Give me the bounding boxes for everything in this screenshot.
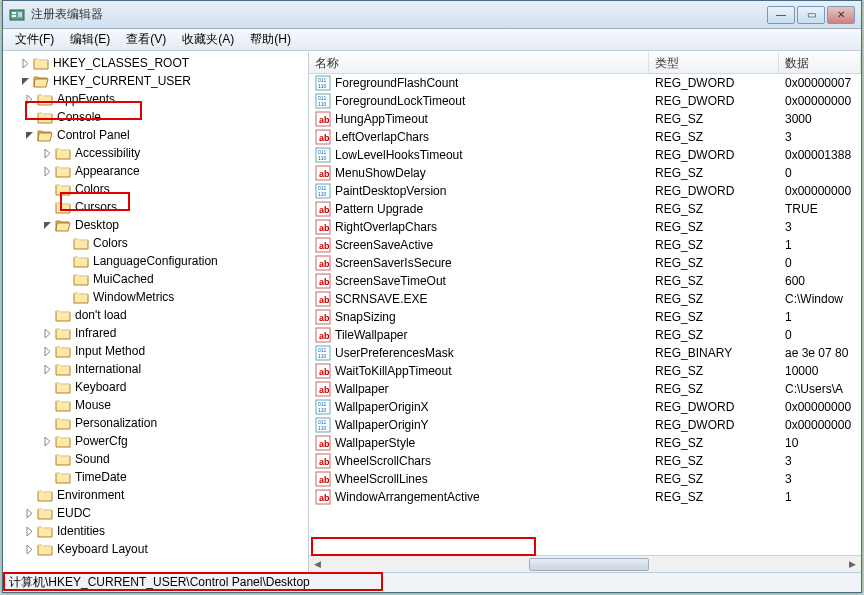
list-row[interactable]: 011110LowLevelHooksTimeoutREG_DWORD0x000… (309, 146, 861, 164)
tree-mouse[interactable]: Mouse (75, 398, 111, 412)
menu-edit[interactable]: 编辑(E) (62, 29, 118, 50)
tree-accessibility[interactable]: Accessibility (75, 146, 140, 160)
close-button[interactable]: ✕ (827, 6, 855, 24)
tree-hkey-classes-root[interactable]: HKEY_CLASSES_ROOT (53, 56, 189, 70)
tree-pane[interactable]: HKEY_CLASSES_ROOTHKEY_CURRENT_USERAppEve… (3, 52, 309, 572)
tree-input-method[interactable]: Input Method (75, 344, 145, 358)
svg-marker-15 (27, 509, 32, 518)
menu-help[interactable]: 帮助(H) (242, 29, 299, 50)
expander-icon[interactable] (19, 57, 31, 69)
list-row[interactable]: 011110PaintDesktopVersionREG_DWORD0x0000… (309, 182, 861, 200)
list-row[interactable]: abRightOverlapCharsREG_SZ3 (309, 218, 861, 236)
tree-hkey-current-user[interactable]: HKEY_CURRENT_USER (53, 74, 191, 88)
list-row[interactable]: 011110WallpaperOriginYREG_DWORD0x0000000… (309, 416, 861, 434)
minimize-button[interactable]: — (767, 6, 795, 24)
tree-appearance[interactable]: Appearance (75, 164, 140, 178)
value-type: REG_DWORD (649, 400, 779, 414)
value-data: 0 (779, 328, 861, 342)
tree-powercfg[interactable]: PowerCfg (75, 434, 128, 448)
list-row[interactable]: 011110UserPreferencesMaskREG_BINARYae 3e… (309, 344, 861, 362)
expander-icon[interactable] (41, 363, 53, 375)
horizontal-scrollbar[interactable]: ◀ ▶ (309, 555, 861, 572)
tree-keyboard[interactable]: Keyboard (75, 380, 126, 394)
titlebar[interactable]: 注册表编辑器 — ▭ ✕ (3, 1, 861, 29)
tree-cursors[interactable]: Cursors (75, 200, 117, 214)
tree-sound[interactable]: Sound (75, 452, 110, 466)
tree-keyboard-layout[interactable]: Keyboard Layout (57, 542, 148, 556)
tree-identities[interactable]: Identities (57, 524, 105, 538)
tree-personalization[interactable]: Personalization (75, 416, 157, 430)
expander-icon[interactable] (23, 543, 35, 555)
svg-text:ab: ab (319, 385, 330, 395)
tree-environment[interactable]: Environment (57, 488, 124, 502)
list-row[interactable]: 011110ForegroundFlashCountREG_DWORD0x000… (309, 74, 861, 92)
folder-icon (73, 236, 89, 250)
tree-appevents[interactable]: AppEvents (57, 92, 115, 106)
expander-icon[interactable] (41, 345, 53, 357)
menu-view[interactable]: 查看(V) (118, 29, 174, 50)
menu-file[interactable]: 文件(F) (7, 29, 62, 50)
expander-icon[interactable] (41, 435, 53, 447)
list-row[interactable]: abPattern UpgradeREG_SZTRUE (309, 200, 861, 218)
list-row[interactable]: abSnapSizingREG_SZ1 (309, 308, 861, 326)
tree-eudc[interactable]: EUDC (57, 506, 91, 520)
menu-favorites[interactable]: 收藏夹(A) (174, 29, 242, 50)
expander-icon[interactable] (41, 165, 53, 177)
list-row[interactable]: abWheelScrollCharsREG_SZ3 (309, 452, 861, 470)
maximize-button[interactable]: ▭ (797, 6, 825, 24)
value-name: LeftOverlapChars (335, 130, 429, 144)
tree-muicached[interactable]: MuiCached (93, 272, 154, 286)
expander-icon[interactable] (23, 525, 35, 537)
list-row[interactable]: 011110ForegroundLockTimeoutREG_DWORD0x00… (309, 92, 861, 110)
col-header-data[interactable]: 数据 (779, 52, 861, 73)
tree-control-panel[interactable]: Control Panel (57, 128, 130, 142)
list-row[interactable]: abScreenSaverIsSecureREG_SZ0 (309, 254, 861, 272)
list-row[interactable]: abWallpaperREG_SZC:\Users\A (309, 380, 861, 398)
list-row[interactable]: abLeftOverlapCharsREG_SZ3 (309, 128, 861, 146)
tree-international[interactable]: International (75, 362, 141, 376)
col-header-type[interactable]: 类型 (649, 52, 779, 73)
expander-icon[interactable] (41, 219, 53, 231)
string-value-icon: ab (315, 165, 331, 181)
svg-text:ab: ab (319, 295, 330, 305)
expander-icon[interactable] (41, 327, 53, 339)
tree-dont-load[interactable]: don't load (75, 308, 127, 322)
tree-desktop[interactable]: Desktop (75, 218, 119, 232)
tree-timedate[interactable]: TimeDate (75, 470, 127, 484)
expander-blank (41, 201, 53, 213)
tree-languageconfiguration[interactable]: LanguageConfiguration (93, 254, 218, 268)
list-row[interactable]: abTileWallpaperREG_SZ0 (309, 326, 861, 344)
list-row[interactable]: abScreenSaveTimeOutREG_SZ600 (309, 272, 861, 290)
statusbar-path: 计算机\HKEY_CURRENT_USER\Control Panel\Desk… (9, 574, 310, 591)
list-row[interactable]: abHungAppTimeoutREG_SZ3000 (309, 110, 861, 128)
value-data: C:\Window (779, 292, 861, 306)
regedit-window: 注册表编辑器 — ▭ ✕ 文件(F) 编辑(E) 查看(V) 收藏夹(A) 帮助… (2, 0, 862, 593)
scroll-thumb[interactable] (529, 558, 649, 571)
list-row[interactable]: abScreenSaveActiveREG_SZ1 (309, 236, 861, 254)
value-type: REG_SZ (649, 310, 779, 324)
list-body[interactable]: 011110ForegroundFlashCountREG_DWORD0x000… (309, 74, 861, 555)
tree-infrared[interactable]: Infrared (75, 326, 116, 340)
list-row[interactable]: abWaitToKillAppTimeoutREG_SZ10000 (309, 362, 861, 380)
scroll-right-icon[interactable]: ▶ (844, 556, 861, 573)
expander-icon[interactable] (19, 75, 31, 87)
list-row[interactable]: abSCRNSAVE.EXEREG_SZC:\Window (309, 290, 861, 308)
scroll-left-icon[interactable]: ◀ (309, 556, 326, 573)
tree-desktop-colors[interactable]: Colors (93, 236, 128, 250)
svg-marker-13 (45, 365, 50, 374)
list-row[interactable]: 011110WallpaperOriginXREG_DWORD0x0000000… (309, 398, 861, 416)
expander-icon[interactable] (23, 93, 35, 105)
col-header-name[interactable]: 名称 (309, 52, 649, 73)
folder-icon (37, 524, 53, 538)
list-row[interactable]: abWindowArrangementActiveREG_SZ1 (309, 488, 861, 506)
tree-console[interactable]: Console (57, 110, 101, 124)
expander-icon[interactable] (41, 147, 53, 159)
svg-marker-4 (23, 59, 28, 68)
expander-icon[interactable] (23, 507, 35, 519)
list-row[interactable]: abMenuShowDelayREG_SZ0 (309, 164, 861, 182)
expander-icon[interactable] (23, 129, 35, 141)
list-row[interactable]: abWallpaperStyleREG_SZ10 (309, 434, 861, 452)
tree-colors[interactable]: Colors (75, 182, 110, 196)
list-row[interactable]: abWheelScrollLinesREG_SZ3 (309, 470, 861, 488)
tree-windowmetrics[interactable]: WindowMetrics (93, 290, 174, 304)
